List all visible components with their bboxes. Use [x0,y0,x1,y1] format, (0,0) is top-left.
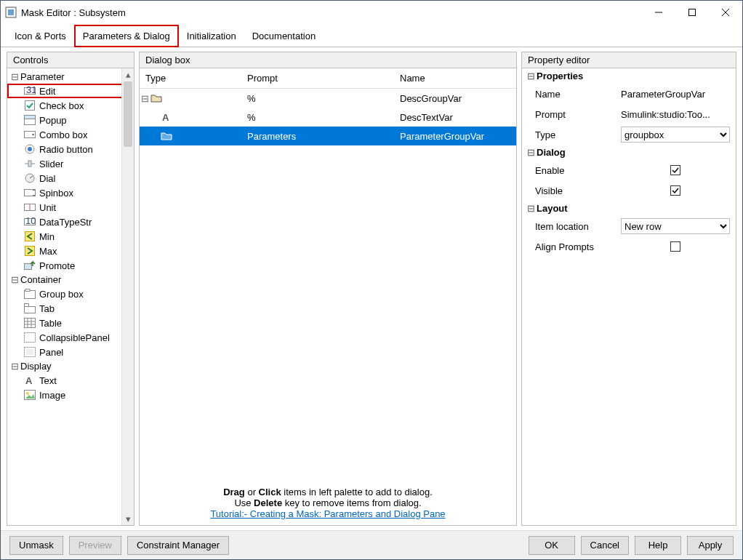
spinbox-icon [23,187,36,199]
control-check-box[interactable]: Check box [7,98,134,113]
cancel-button[interactable]: Cancel [581,536,629,555]
control-table[interactable]: Table [7,316,134,330]
control-max[interactable]: Max [7,244,134,258]
prop-type: Typegroupbox [522,124,736,145]
footer: Unmask Preview Constraint Manager OK Can… [1,530,742,559]
collapse-icon: ⊟ [526,203,535,214]
tab-icon-ports[interactable]: Icon & Ports [7,24,74,47]
expand-icon[interactable] [150,131,160,142]
prop-select[interactable]: New row [621,218,730,234]
preview-button[interactable]: Preview [69,536,121,555]
dialog-row[interactable]: A%DescTextVar [140,108,516,127]
control-image[interactable]: Image [7,388,134,402]
prop-item-location: Item locationNew row [522,216,736,236]
control-datatypestr[interactable]: 101DataTypeStr [7,215,134,229]
control-label: CollapsiblePanel [39,332,110,343]
close-button[interactable] [709,1,742,24]
prop-group-dialog[interactable]: ⊟Dialog [522,145,736,160]
tab-initialization[interactable]: Initialization [179,24,244,47]
controls-group-display[interactable]: ⊟Display [7,359,134,373]
control-radio-button[interactable]: Radio button [7,142,134,156]
maximize-button[interactable] [675,1,709,24]
scroll-down-icon[interactable]: ▾ [122,513,134,525]
hint-delete: Delete [254,497,282,508]
dialog-row[interactable]: ParametersParameterGroupVar [140,127,516,145]
row-prompt: % [241,93,394,104]
dialog-row[interactable]: ⊟%DescGroupVar [140,89,516,108]
svg-rect-26 [25,291,36,299]
row-name: DescGroupVar [394,93,516,104]
expand-icon[interactable] [150,112,160,123]
tutorial-link[interactable]: Tutorial:- Creating a Mask: Parameters a… [210,508,445,519]
constraint-manager-button[interactable]: Constraint Manager [127,536,229,555]
svg-rect-28 [25,307,36,313]
control-popup[interactable]: Popup [7,113,134,127]
control-collapsiblepanel[interactable]: CollapsiblePanel [7,330,134,345]
control-unit[interactable]: Unit [7,200,134,215]
container-icon [160,130,173,142]
dialog-hint: Drag or Click items in left palette to a… [140,481,516,525]
control-label: Radio button [39,144,93,155]
scroll-up-icon[interactable]: ▴ [122,68,134,81]
prop-checkbox[interactable] [670,241,680,252]
property-editor-header: Property editor [522,52,736,68]
control-tab[interactable]: Tab [7,301,134,316]
scroll-thumb[interactable] [124,81,132,147]
control-label: Panel [39,347,63,358]
row-prompt: Parameters [241,131,394,142]
control-text[interactable]: AText [7,373,134,388]
col-name[interactable]: Name [394,68,516,88]
control-combo-box[interactable]: Combo box [7,127,134,142]
svg-text:A: A [162,112,169,122]
promote-icon [23,260,36,271]
control-slider[interactable]: Slider [7,156,134,171]
controls-scrollbar[interactable]: ▴ ▾ [121,68,134,525]
control-min[interactable]: Min [7,229,134,244]
hint-click: Click [259,487,281,497]
prop-key: Item location [535,221,621,232]
prop-visible: Visible [522,180,736,201]
collapse-icon: ⊟ [526,71,535,81]
control-panel[interactable]: Panel [7,345,134,359]
svg-rect-25 [25,264,32,270]
svg-rect-27 [25,289,30,292]
minimize-button[interactable] [642,1,675,24]
edit-field-icon: 31 [23,85,36,97]
collapsible-icon [23,332,36,343]
row-prompt: % [241,112,394,123]
control-label: Combo box [39,129,87,140]
apply-button[interactable]: Apply [687,536,734,555]
ok-button[interactable]: OK [529,536,575,555]
prop-value[interactable]: ParameterGroupVar [621,89,730,100]
prop-select[interactable]: groupbox [621,127,730,143]
col-prompt[interactable]: Prompt [241,68,394,88]
controls-group-container[interactable]: ⊟Container [7,273,134,287]
controls-group-parameter[interactable]: ⊟Parameter [7,70,134,84]
unmask-button[interactable]: Unmask [9,536,63,555]
prop-name: NameParameterGroupVar [522,84,736,104]
dialog-box-header: Dialog box [140,52,516,68]
prop-key: Prompt [535,109,621,120]
control-spinbox[interactable]: Spinbox [7,185,134,200]
prop-checkbox[interactable] [670,165,680,175]
col-type[interactable]: Type [140,68,241,88]
expand-icon[interactable]: ⊟ [140,93,150,104]
titlebar: Mask Editor : Subsystem [1,1,742,24]
tab-documentation[interactable]: Documentation [244,24,324,47]
prop-checkbox[interactable] [670,185,680,196]
property-editor-panel: Property editor ⊟PropertiesNameParameter… [521,52,736,526]
control-group-box[interactable]: Group box [7,287,134,301]
prop-key: Align Prompts [535,241,621,252]
svg-text:101: 101 [25,217,36,226]
prop-group-properties[interactable]: ⊟Properties [522,68,736,84]
control-label: Promote [39,260,75,271]
prop-value[interactable]: Simulink:studio:Too... [621,109,730,120]
prop-group-layout[interactable]: ⊟Layout [522,201,736,216]
control-dial[interactable]: Dial [7,171,134,185]
control-promote[interactable]: Promote [7,258,134,273]
row-name: DescTextVar [394,112,516,123]
help-button[interactable]: Help [635,536,681,555]
groupbox-icon [23,288,36,300]
tab-parameters-dialog[interactable]: Parameters & Dialog [74,25,179,47]
control-edit[interactable]: 31Edit [7,84,134,98]
